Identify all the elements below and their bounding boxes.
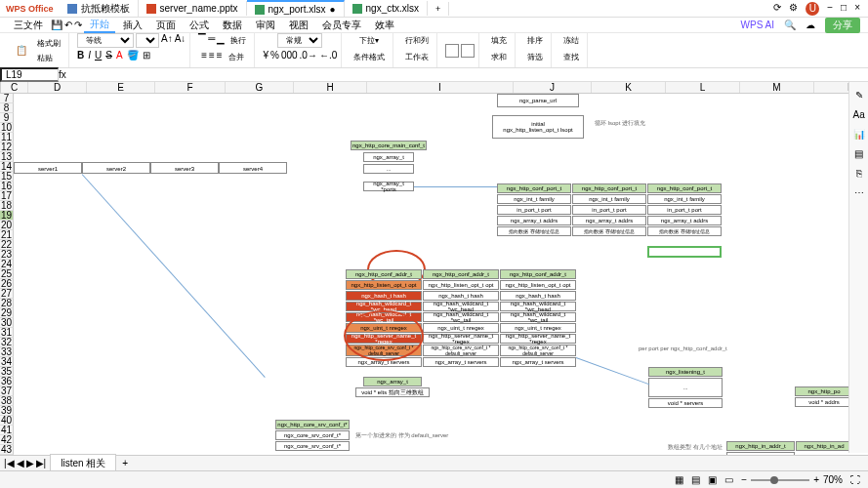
wps-ai-button[interactable]: WPS AI [741,20,774,30]
maximize-icon[interactable]: □ [841,2,847,16]
sort-button[interactable]: 排序 [523,33,547,48]
column-header[interactable]: E [87,82,155,93]
zoom-level[interactable]: 70% [823,474,843,485]
align-center-icon[interactable]: ≡ [209,50,215,64]
column-header[interactable]: I [367,82,514,93]
zoom-slider-handle[interactable] [770,476,778,484]
close-icon[interactable]: × [854,2,860,16]
add-sheet-button[interactable]: + [116,458,134,468]
menu-data[interactable]: 数据 [217,19,248,32]
cell-style-icon[interactable] [461,44,475,58]
view-custom-icon[interactable]: ▣ [708,474,717,485]
tab-doc-0[interactable]: 抗抵赖模板 [60,0,139,18]
wrap-button[interactable]: 换行 [227,33,250,48]
side-pen-icon[interactable]: ✎ [853,90,865,102]
zoom-out-button[interactable]: − [741,474,747,485]
merge-button[interactable]: 合并 [225,50,248,64]
fx-icon[interactable]: fx [59,69,66,80]
settings-icon[interactable]: ⚙ [789,2,798,16]
font-name-select[interactable]: 等线 [77,33,134,48]
menu-efficiency[interactable]: 效率 [369,19,400,32]
side-more-icon[interactable]: ⋯ [853,187,865,199]
row-col-button[interactable]: 行和列 [401,33,433,48]
formula-input[interactable] [66,69,868,80]
column-header[interactable]: D [28,82,87,93]
align-top-icon[interactable]: ▔ [198,33,206,48]
font-size-select[interactable]: 11 [136,33,159,48]
align-right-icon[interactable]: ≡ [217,50,223,64]
align-mid-icon[interactable]: ═ [208,33,215,48]
sum-button[interactable]: 求和 [487,50,511,64]
menu-insert[interactable]: 插入 [117,19,148,32]
underline-button[interactable]: U [95,50,102,61]
comma-icon[interactable]: 000 [281,50,298,61]
column-header[interactable]: C [1,82,28,93]
save-icon[interactable]: 💾 [51,20,62,30]
freeze-button[interactable]: 冻结 [559,33,583,48]
menu-view[interactable]: 视图 [283,19,314,32]
increase-font-icon[interactable]: A↑ [161,33,173,48]
column-header[interactable]: M [740,82,814,93]
border-button[interactable]: ⊞ [143,50,150,61]
dec-inc-icon[interactable]: .0→ [300,50,317,61]
side-backup-icon[interactable]: ⎘ [853,168,865,180]
cell-reference-input[interactable] [0,67,59,82]
view-normal-icon[interactable]: ▦ [675,474,683,485]
side-chart-icon[interactable]: 📊 [853,129,865,141]
paste-button[interactable]: 📋 [12,43,31,58]
spreadsheet-canvas[interactable]: server1 server2 server3 server4 ngx_pars… [14,94,868,470]
column-header[interactable]: L [666,82,740,93]
filter-button[interactable]: 筛选 [523,50,547,64]
worksheet-button[interactable]: 工作表 [401,50,433,64]
column-header[interactable]: J [514,82,592,93]
find-button[interactable]: 查找 [559,50,583,64]
menu-review[interactable]: 审阅 [250,19,281,32]
user-avatar[interactable]: U [806,2,819,16]
tab-doc-2[interactable]: ngx_port.xlsx● [247,0,345,17]
percent-icon[interactable]: % [270,50,279,61]
fill-button[interactable]: 填充 [487,33,511,48]
currency-icon[interactable]: ¥ [263,50,269,61]
conditional-format-button[interactable]: 条件格式 [350,50,389,64]
side-filter-icon[interactable]: ▤ [853,148,865,160]
column-header[interactable]: K [592,82,666,93]
fill-color-button[interactable]: 🪣 [127,50,139,61]
menu-member[interactable]: 会员专享 [316,19,367,32]
decrease-font-icon[interactable]: A↓ [175,33,186,48]
align-bot-icon[interactable]: ▁ [217,33,225,48]
tab-doc-3[interactable]: ngx_ctx.xlsx [345,1,428,16]
menu-start[interactable]: 开始 [84,18,115,33]
table-style-icon[interactable] [445,44,459,58]
menu-formula[interactable]: 公式 [184,19,215,32]
menu-page[interactable]: 页面 [150,19,182,32]
new-tab-button[interactable]: + [428,2,449,16]
column-header[interactable]: F [155,82,226,93]
column-header[interactable]: H [294,82,367,93]
search-icon[interactable]: 🔍 [784,20,796,30]
last-sheet-icon[interactable]: ▶| [36,458,47,468]
dec-dec-icon[interactable]: ←.0 [319,50,337,61]
strike-button[interactable]: S [105,50,112,61]
prev-sheet-icon[interactable]: ◀ [17,458,24,468]
share-button[interactable]: 分享 [825,18,860,33]
column-header[interactable]: G [226,82,294,93]
number-format-select[interactable]: 常规 [277,33,322,48]
view-reading-icon[interactable]: ▭ [724,474,733,485]
cloud-icon[interactable]: ☁ [806,20,815,30]
side-style-icon[interactable]: Aa [853,109,865,121]
align-left-icon[interactable]: ≡ [201,50,207,64]
next-sheet-icon[interactable]: ▶ [26,458,34,468]
zoom-in-button[interactable]: + [813,474,819,485]
format-painter-button[interactable]: 格式刷 [33,36,64,51]
tab-doc-1[interactable]: server_name.pptx [139,1,247,16]
file-menu[interactable]: 三文件 [8,19,49,32]
fullscreen-icon[interactable]: ⛶ [850,474,860,485]
sync-icon[interactable]: ⟳ [773,2,781,16]
dropdown-button[interactable]: 下拉▾ [355,33,383,48]
bold-button[interactable]: B [77,50,84,61]
first-sheet-icon[interactable]: |◀ [4,458,15,468]
italic-button[interactable]: I [88,50,91,61]
font-color-button[interactable]: A [116,50,123,61]
redo-icon[interactable]: ↷ [74,20,82,30]
undo-icon[interactable]: ↶ [64,20,72,30]
